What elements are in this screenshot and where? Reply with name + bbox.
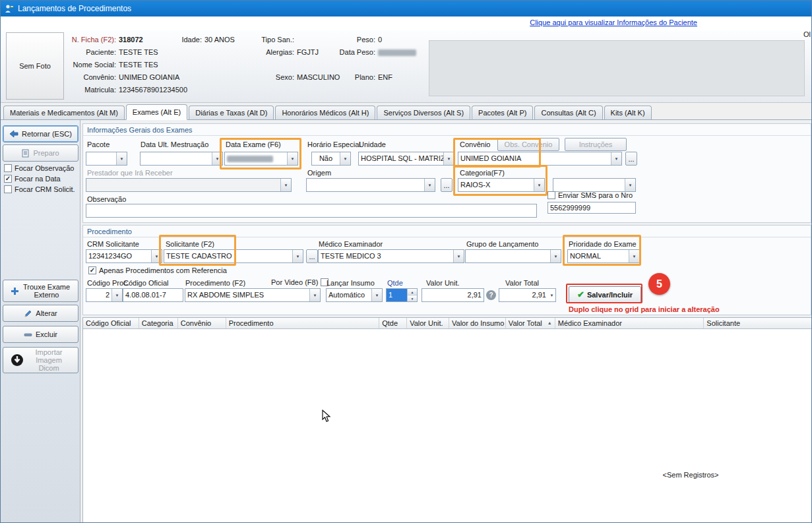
valor-unit-input[interactable]: 2,91 [422, 288, 484, 302]
codigo-proc-combo[interactable]: 2 ▼ [86, 288, 123, 302]
procedures-grid: Código Oficial Categoria Convênio Proced… [82, 317, 812, 523]
idade-label: Idade: [166, 36, 202, 44]
instrucoes-button[interactable]: Instruções [565, 138, 627, 151]
tab-servicos[interactable]: Serviços Diversos (Alt S) [377, 106, 470, 119]
exam-info-group-title: Informações Gerais dos Exames [87, 126, 193, 134]
divider [83, 135, 811, 136]
solicitante-combo[interactable]: TESTE CADASTRO ▼ [164, 249, 303, 263]
procedimento-combo[interactable]: RX ABDOME SIMPLES ▼ [185, 288, 321, 302]
preparo-button[interactable]: Preparo [3, 144, 78, 162]
help-icon[interactable]: ? [486, 290, 496, 300]
crm-solicitante-combo[interactable]: 12341234GO ▼ [86, 249, 162, 263]
retornar-button[interactable]: Retornar (ESC) [3, 125, 78, 142]
apenas-referencia-checkbox[interactable]: ✓ Apenas Procedimentos com Referencia [88, 266, 227, 274]
alterar-button[interactable]: Alterar [3, 305, 78, 322]
data-ult-mestruacao-combo[interactable]: ▼ [140, 152, 223, 166]
chevron-down-icon: ▼ [371, 289, 382, 301]
spinner-up-icon[interactable]: ▲ [408, 289, 417, 295]
categoria-extra-combo[interactable]: ▼ [553, 178, 636, 192]
tab-consultas[interactable]: Consultas (Alt C) [534, 106, 602, 119]
codigo-oficial-input[interactable]: 4.08.08.01-7 [123, 288, 183, 302]
medico-examinador-combo[interactable]: TESTE MEDICO 3 ▼ [318, 249, 464, 263]
sms-number-input[interactable]: 5562999999 [547, 202, 636, 214]
solicitante-more-button[interactable]: ... [306, 249, 318, 263]
valor-total-input[interactable]: 2,91 ▼ [499, 288, 556, 302]
chevron-down-icon: ▼ [453, 250, 464, 262]
por-video-checkbox[interactable]: Por Video (F8) [271, 278, 328, 286]
titlebar: Lançamentos de Procedimentos [1, 1, 812, 16]
procedimento-group: Procedimento CRM Solicitante Solicitante… [82, 225, 811, 315]
obs-convenio-button[interactable]: Obs. Convenio [497, 138, 559, 151]
plano-label: Plano: [327, 73, 375, 81]
valor-total-label: Valor Total [505, 279, 539, 287]
chevron-down-icon: ▼ [550, 250, 561, 262]
excluir-button[interactable]: Excluir [3, 326, 78, 343]
prioridade-combo[interactable]: NORMAL ▼ [567, 249, 640, 263]
focar-crm-solicit-checkbox[interactable]: Focar CRM Solicit. [4, 185, 75, 193]
horario-especial-combo[interactable]: Não ▼ [311, 152, 351, 166]
salvar-incluir-button[interactable]: ✔ Salvar/Incluir [569, 286, 641, 303]
col-solicitante[interactable]: Solicitante [704, 318, 812, 328]
spinner-down-icon[interactable]: ▼ [408, 295, 417, 301]
origem-combo[interactable]: ▼ [306, 178, 435, 192]
qtde-stepper[interactable]: 1 ▲ ▼ [386, 288, 418, 302]
prioridade-label: Prioridade do Exame [569, 240, 637, 248]
overflow-text: Ol [803, 30, 811, 38]
data-exame-redacted-value [227, 156, 273, 162]
ficha-value: 318072 [119, 36, 143, 44]
chevron-down-icon: ▼ [309, 289, 320, 301]
matricula-label: Matricula: [40, 86, 116, 94]
tab-honorarios[interactable]: Honorários Médicos (Alt H) [275, 106, 375, 119]
col-procedimento[interactable]: Procedimento [226, 318, 380, 328]
procedures-grid-body[interactable]: <Sem Registros> [83, 329, 812, 523]
prestador-combo[interactable]: ▼ [86, 178, 292, 192]
tab-exames[interactable]: Exames (Alt E) [126, 104, 187, 120]
data-peso-label: Data Peso: [327, 48, 375, 56]
codigo-oficial-label: Código Oficial [123, 279, 168, 287]
importar-dicom-button[interactable]: Importar Imagem Dicom [3, 347, 78, 373]
origem-more-button[interactable]: ... [441, 178, 453, 192]
tab-pacotes[interactable]: Pacotes (Alt P) [472, 106, 533, 119]
checkbox-box [547, 191, 555, 199]
procedimento-group-title: Procedimento [87, 228, 132, 235]
col-medico-examinador[interactable]: Médico Examinador [555, 318, 704, 328]
patient-info-link[interactable]: Clique aqui para visualizar Informações … [530, 18, 697, 26]
enviar-sms-checkbox[interactable]: Enviar SMS para o Nro [547, 191, 633, 199]
data-exame-combo[interactable]: ▼ [224, 152, 298, 166]
chevron-down-icon: ▼ [548, 289, 555, 301]
tab-kits[interactable]: Kits (Alt K) [604, 106, 652, 119]
focar-observacao-checkbox[interactable]: Focar Observação [4, 164, 74, 172]
chevron-down-icon: ▼ [611, 152, 621, 165]
divider [83, 237, 811, 237]
grupo-lancamento-combo[interactable]: ▼ [465, 249, 561, 263]
data-ult-label: Data Ult. Mestruação [141, 140, 208, 148]
lancar-insumo-label: Lançar Insumo [327, 279, 375, 287]
col-valor-insumo[interactable]: Valor do Insumo [449, 318, 506, 328]
plano-value: ENF [378, 73, 392, 81]
col-codigo-oficial[interactable]: Código Oficial [83, 318, 139, 328]
tab-diarias[interactable]: Diárias e Taxas (Alt D) [189, 106, 274, 119]
focar-na-data-checkbox[interactable]: ✓ Focar na Data [4, 175, 61, 183]
unidade-combo[interactable]: HOSPITAL SQL - MATRIZ ▼ [358, 152, 454, 166]
col-categoria[interactable]: Categoria [139, 318, 178, 328]
nome-social-label: Nome Social: [40, 61, 116, 69]
col-convenio[interactable]: Convênio [178, 318, 226, 328]
trouxe-exame-externo-button[interactable]: Trouxe Exame Externo [3, 280, 78, 302]
check-icon: ✔ [577, 290, 584, 299]
categoria-combo[interactable]: RAIOS-X ▼ [458, 178, 545, 192]
convenio-label: Convênio [460, 140, 490, 148]
alergias-label: Alergias: [248, 48, 294, 56]
patient-header: Sem Foto N. Ficha (F2): 318072 Paciente:… [1, 30, 812, 103]
col-valor-total[interactable]: Valor Total ▲ [506, 318, 555, 328]
convenio-more-button[interactable]: ... [625, 152, 637, 166]
col-qtde[interactable]: Qtde [379, 318, 407, 328]
checkbox-box [4, 164, 12, 172]
patient-header-panel [429, 40, 805, 96]
tab-materiais[interactable]: Materiais e Medicamentos (Alt M) [3, 106, 125, 119]
pacote-combo[interactable]: ▼ [86, 152, 127, 166]
convenio-combo[interactable]: UNIMED GOIANIA ▼ [458, 152, 622, 166]
observacao-input[interactable] [86, 204, 537, 218]
tipo-san-label: Tipo San.: [248, 36, 294, 44]
col-valor-unit[interactable]: Valor Unit. [407, 318, 449, 328]
lancar-insumo-combo[interactable]: Automático ▼ [326, 288, 383, 302]
